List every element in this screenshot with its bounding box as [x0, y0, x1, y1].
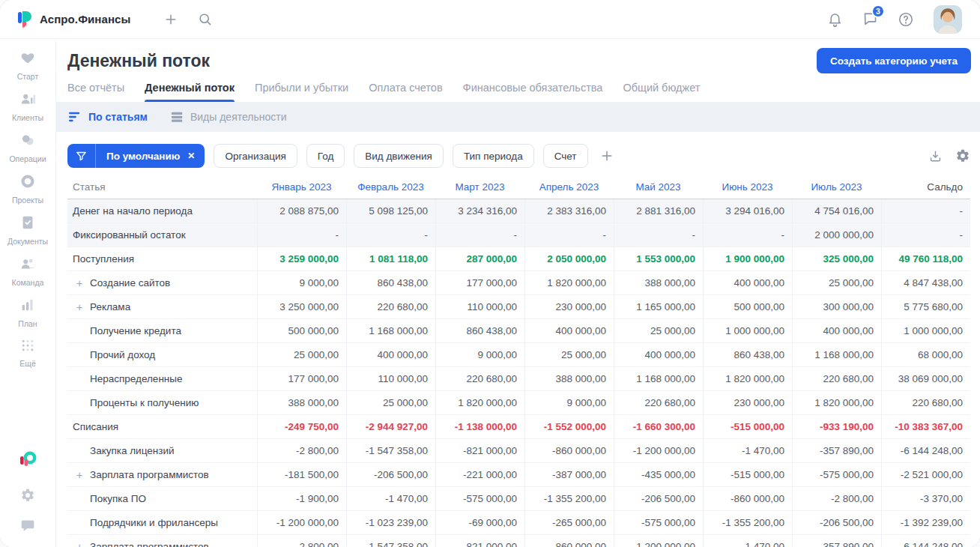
- sidebar-item-more[interactable]: Ещё: [7, 338, 48, 368]
- support-chat-icon[interactable]: [20, 519, 35, 534]
- table-row[interactable]: +Создание сайтов9 000,00860 438,00177 00…: [67, 271, 970, 295]
- value-cell: -357 890,00: [792, 535, 881, 547]
- tab-report[interactable]: Общий бюджет: [623, 82, 700, 102]
- column-header[interactable]: Июль 2023: [792, 181, 881, 193]
- table-row[interactable]: Фиксированный остаток------2 000 000,00-: [67, 223, 970, 247]
- column-header[interactable]: Июнь 2023: [703, 181, 792, 193]
- table-row[interactable]: +Зарплата программистов-2 800,00-1 547 3…: [67, 535, 970, 547]
- filter-chip[interactable]: Год: [306, 144, 345, 168]
- filter-chip[interactable]: Организация: [214, 144, 297, 168]
- value-cell: 110 000,00: [435, 295, 524, 318]
- value-cell: -1 552 000,00: [524, 415, 614, 438]
- column-header[interactable]: Январь 2023: [257, 181, 346, 193]
- table-row[interactable]: Проценты к получению388 000,0025 000,001…: [67, 391, 970, 415]
- column-header[interactable]: Сальдо: [881, 181, 970, 193]
- settings-gear-icon[interactable]: [20, 488, 35, 503]
- sidebar-item-plan[interactable]: План: [7, 297, 48, 328]
- value-cell: -: [703, 223, 792, 247]
- add-filter-button[interactable]: [599, 148, 614, 163]
- column-header[interactable]: Февраль 2023: [346, 181, 435, 193]
- quick-add-button[interactable]: [163, 12, 178, 27]
- help-icon[interactable]: [898, 11, 914, 28]
- value-cell: 860 438,00: [435, 319, 524, 342]
- table-row[interactable]: Денег на начало периода2 088 875,005 098…: [67, 199, 970, 223]
- table-row[interactable]: Подрядчики и фрилансеры-1 200 000,00-1 0…: [67, 511, 970, 535]
- table-row[interactable]: Списания-249 750,00-2 944 927,00-1 138 0…: [67, 415, 970, 439]
- tab-active-report[interactable]: Денежный поток: [145, 82, 235, 102]
- tab-report[interactable]: Оплата счетов: [369, 82, 442, 102]
- value-cell: 1 820 000,00: [524, 271, 614, 294]
- notifications-bell-icon[interactable]: [827, 11, 843, 27]
- value-cell: -181 500,00: [257, 463, 346, 486]
- value-cell: 2 000 000,00: [792, 223, 881, 247]
- sidebar-item-team[interactable]: Команда: [7, 256, 48, 287]
- expand-plus-icon[interactable]: +: [76, 542, 83, 547]
- sidebar-item-start[interactable]: Старт: [7, 49, 48, 81]
- table-row[interactable]: Закупка лицензий-2 800,00-1 547 358,00-8…: [67, 439, 970, 463]
- tab-report[interactable]: Финансовые обязательства: [463, 82, 603, 102]
- tab-report[interactable]: Прибыли и убытки: [255, 82, 348, 102]
- sidebar-item-operations[interactable]: Операции: [7, 132, 48, 163]
- sidebar-item-label: Документы: [7, 237, 48, 246]
- table-row[interactable]: Получение кредита500 000,001 168 000,008…: [67, 319, 970, 343]
- value-cell: 1 168 000,00: [346, 319, 435, 342]
- table-row[interactable]: +Зарплата программистов-181 500,00-206 5…: [67, 463, 970, 487]
- value-cell: 38 069 000,00: [881, 367, 970, 390]
- sidebar-bottom: [18, 451, 37, 547]
- table-row[interactable]: Покупка ПО-1 900,00-1 470,00-575 000,00-…: [67, 487, 970, 511]
- value-cell: 1 168 000,00: [792, 343, 881, 366]
- clients-icon: [19, 91, 36, 110]
- table-settings-gear-icon[interactable]: [955, 148, 970, 163]
- view-tab-activity-types[interactable]: Виды деятельности: [172, 111, 287, 123]
- value-cell: 1 820 000,00: [435, 391, 524, 414]
- user-avatar[interactable]: [934, 5, 962, 34]
- more-icon: [20, 338, 35, 356]
- funnel-icon[interactable]: [67, 144, 96, 168]
- value-cell: 400 000,00: [614, 343, 703, 366]
- column-header[interactable]: Март 2023: [435, 181, 524, 193]
- column-header[interactable]: Май 2023: [614, 181, 703, 193]
- value-cell: -2 521 000,00: [881, 463, 970, 486]
- row-label: +Зарплата программистов: [67, 535, 257, 547]
- column-header[interactable]: Статья: [67, 181, 257, 193]
- messages-badge: 3: [871, 4, 885, 18]
- filter-chip[interactable]: Вид движения: [354, 144, 444, 168]
- expand-plus-icon[interactable]: +: [76, 302, 83, 312]
- expand-plus-icon[interactable]: +: [76, 470, 83, 480]
- value-cell: 25 000,00: [524, 343, 614, 366]
- tab-report[interactable]: Все отчёты: [67, 82, 124, 102]
- value-cell: 388 000,00: [524, 367, 614, 390]
- view-tab-by-articles[interactable]: По статьям: [69, 111, 148, 123]
- value-cell: 1 553 000,00: [614, 247, 703, 271]
- sidebar-item-projects[interactable]: Проекты: [7, 173, 48, 205]
- row-label-text: Покупка ПО: [90, 493, 146, 504]
- active-filter-pill[interactable]: По умолчанию ✕: [67, 144, 205, 168]
- table-row[interactable]: Поступления3 259 000,001 081 118,00287 0…: [67, 247, 970, 271]
- aspro-mark-icon[interactable]: [18, 451, 37, 472]
- filter-chip[interactable]: Счет: [543, 144, 588, 168]
- value-cell: -: [435, 223, 524, 247]
- table-row[interactable]: Прочий доход25 000,00400 000,009 000,002…: [67, 343, 970, 367]
- app-logo-icon: [16, 10, 33, 29]
- value-cell: -: [881, 199, 970, 223]
- table-row[interactable]: Нераспределенные177 000,00110 000,00220 …: [67, 367, 970, 391]
- value-cell: 500 000,00: [257, 319, 346, 342]
- value-cell: 2 088 875,00: [257, 199, 346, 223]
- sidebar-item-clients[interactable]: Клиенты: [7, 91, 48, 122]
- clear-filter-icon[interactable]: ✕: [187, 151, 195, 161]
- rows-icon: [172, 112, 184, 123]
- filter-chip[interactable]: Тип периода: [453, 144, 534, 168]
- value-cell: 3 234 316,00: [435, 199, 524, 223]
- download-icon[interactable]: [928, 148, 943, 163]
- table-row[interactable]: +Реклама3 250 000,00220 680,00110 000,00…: [67, 295, 970, 319]
- value-cell: 500 000,00: [703, 295, 792, 318]
- sidebar-item-documents[interactable]: Документы: [7, 214, 48, 246]
- sidebar-item-label: Старт: [17, 72, 39, 81]
- column-header[interactable]: Апрель 2023: [524, 181, 614, 193]
- create-category-button[interactable]: Создать категорию учета: [817, 48, 971, 73]
- value-cell: 1 000 000,00: [881, 319, 970, 342]
- value-cell: 1 820 000,00: [703, 367, 792, 390]
- search-icon[interactable]: [198, 12, 212, 26]
- expand-plus-icon[interactable]: +: [76, 278, 83, 288]
- messages-chat-icon[interactable]: 3: [862, 10, 878, 28]
